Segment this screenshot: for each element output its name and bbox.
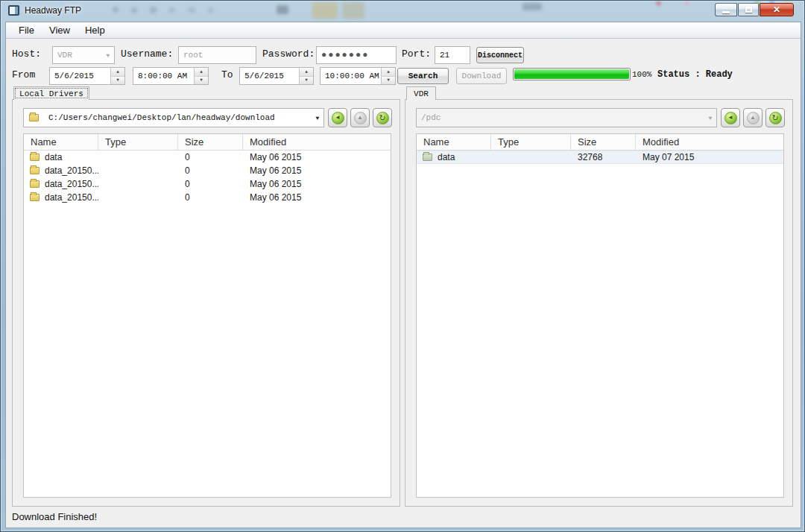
spinner[interactable]: ▲▼ — [110, 68, 124, 84]
menu-view[interactable]: View — [42, 23, 77, 37]
username-label: Username: — [121, 48, 173, 60]
to-date-field[interactable]: 5/6/2015 ▲▼ — [239, 67, 314, 85]
titlebar-glass-artifact — [208, 7, 214, 13]
titlebar-glass-artifact — [342, 2, 364, 19]
from-date-field[interactable]: 5/6/2015 ▲▼ — [49, 67, 125, 85]
host-select[interactable]: VDR ▼ — [52, 46, 115, 64]
folder-icon — [30, 194, 40, 201]
progress-bar — [513, 68, 631, 80]
column-header-type[interactable]: Type — [98, 134, 178, 150]
refresh-button[interactable]: ↻ — [373, 108, 392, 127]
local-file-table: Name Type Size Modified data0May 06 2015… — [23, 133, 391, 498]
column-header-modified[interactable]: Modified — [636, 134, 783, 150]
to-time-field[interactable]: 10:00:00 AM ▲▼ — [320, 67, 396, 85]
table-cell: data_20150... — [24, 165, 98, 176]
go-back-button[interactable]: ◄ — [721, 108, 740, 127]
up-arrow-icon: ▲ — [747, 112, 760, 124]
spinner[interactable]: ▲▼ — [299, 68, 313, 84]
go-back-button[interactable]: ◄ — [328, 108, 347, 127]
column-header-name[interactable]: Name — [417, 134, 491, 150]
table-row[interactable]: data_20150...0May 06 2015 — [24, 177, 391, 191]
progress-percent: 100% — [632, 70, 651, 79]
column-header-size[interactable]: Size — [571, 134, 636, 150]
spin-up-icon: ▲ — [382, 68, 395, 77]
column-header-modified[interactable]: Modified — [243, 134, 391, 150]
folder-icon — [30, 153, 40, 161]
table-row[interactable]: data_20150...0May 06 2015 — [24, 164, 391, 177]
refresh-icon: ↻ — [376, 112, 389, 124]
titlebar[interactable]: Headway FTP ✕ — [1, 1, 804, 22]
to-label: To — [221, 69, 233, 80]
table-cell: 0 — [178, 152, 243, 162]
progress-fill — [514, 69, 629, 79]
tab-local-drivers[interactable]: Local Drivers — [13, 86, 89, 100]
titlebar-glass-artifact — [523, 3, 542, 10]
table-cell: data — [24, 152, 98, 162]
download-button[interactable]: Download — [456, 68, 507, 84]
back-arrow-icon: ◄ — [332, 112, 344, 124]
chevron-down-icon: ▼ — [102, 52, 114, 59]
column-header-type[interactable]: Type — [491, 134, 571, 150]
back-arrow-icon: ◄ — [724, 112, 737, 124]
table-cell: May 06 2015 — [243, 179, 391, 189]
minimize-icon — [722, 11, 730, 13]
port-field[interactable]: 21 — [435, 46, 470, 64]
titlebar-glass-artifact — [169, 7, 175, 13]
table-cell: data_20150... — [24, 192, 98, 203]
table-row[interactable]: data32768May 07 2015 — [417, 151, 783, 164]
menu-help[interactable]: Help — [78, 23, 112, 37]
app-icon — [8, 5, 19, 16]
titlebar-glass-artifact — [312, 2, 338, 19]
refresh-button[interactable]: ↻ — [765, 108, 785, 127]
spin-up-icon: ▲ — [111, 68, 124, 77]
chevron-down-icon: ▼ — [312, 115, 323, 121]
remote-path-combobox[interactable]: /pdc ▼ — [416, 108, 717, 127]
search-button[interactable]: Search — [397, 68, 449, 84]
table-cell: May 06 2015 — [243, 152, 391, 162]
restore-button[interactable] — [738, 3, 759, 16]
disconnect-button[interactable]: Disconnect — [476, 47, 524, 63]
from-time-field[interactable]: 8:00:00 AM ▲▼ — [133, 67, 209, 85]
titlebar-glass-artifact — [131, 7, 137, 13]
table-cell: 0 — [178, 165, 243, 176]
tab-vdr[interactable]: VDR — [406, 86, 436, 100]
restore-icon — [745, 7, 752, 13]
titlebar-glass-artifact — [657, 1, 660, 5]
column-header-name[interactable]: Name — [24, 134, 98, 150]
close-button[interactable]: ✕ — [760, 3, 794, 16]
spinner[interactable]: ▲▼ — [381, 68, 395, 84]
password-field[interactable]: ●●●●●●● — [316, 46, 397, 64]
chevron-down-icon: ▼ — [704, 115, 716, 121]
table-cell: May 07 2015 — [636, 152, 783, 162]
table-header: Name Type Size Modified — [24, 134, 391, 151]
column-header-size[interactable]: Size — [178, 134, 243, 150]
spin-up-icon: ▲ — [300, 68, 313, 77]
table-row[interactable]: data_20150...0May 06 2015 — [24, 191, 391, 204]
table-row[interactable]: data0May 06 2015 — [24, 151, 391, 164]
titlebar-glass-artifact — [150, 7, 157, 13]
local-panel: C:/Users/changwei/Desktop/lan/headway/do… — [12, 99, 400, 507]
menu-file[interactable]: File — [12, 23, 41, 37]
minimize-button[interactable] — [715, 3, 737, 16]
status-text: Status : Ready — [657, 69, 733, 80]
username-field[interactable]: root — [178, 46, 256, 64]
window-title: Headway FTP — [25, 5, 81, 16]
go-up-button[interactable]: ▲ — [350, 108, 370, 127]
table-cell: 32768 — [571, 152, 636, 162]
spin-down-icon: ▼ — [111, 77, 124, 85]
table-cell: data_20150... — [24, 179, 98, 189]
remote-file-table: Name Type Size Modified data32768May 07 … — [416, 133, 784, 498]
go-up-button[interactable]: ▲ — [743, 108, 763, 127]
folder-icon — [30, 180, 40, 188]
port-label: Port: — [402, 48, 431, 60]
local-path-combobox[interactable]: C:/Users/changwei/Desktop/lan/headway/do… — [23, 108, 324, 127]
menu-bar: File View Help — [6, 22, 801, 39]
refresh-icon: ↻ — [769, 112, 782, 124]
folder-icon — [423, 153, 432, 161]
table-cell: 0 — [178, 179, 243, 189]
spinner[interactable]: ▲▼ — [194, 68, 208, 84]
table-cell: 0 — [178, 192, 243, 203]
titlebar-glass-artifact — [277, 5, 288, 14]
spin-down-icon: ▼ — [300, 77, 313, 85]
app-window: Headway FTP ✕ File View Help Host: VDR ▼… — [0, 0, 805, 532]
